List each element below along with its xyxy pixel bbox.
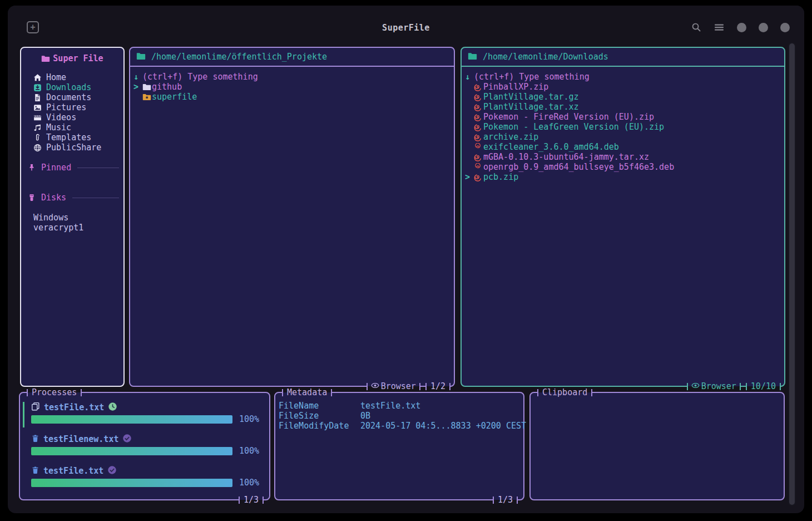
file-name: github — [152, 82, 182, 92]
check-status-icon — [107, 465, 117, 477]
archive-icon — [474, 103, 483, 111]
panel-mode: Browser — [701, 381, 736, 391]
divider — [72, 198, 119, 198]
sidebar-section-pinned: Pinned — [28, 163, 123, 173]
progress-bar — [31, 415, 232, 424]
search-placeholder: (ctrl+f) Type something — [474, 72, 590, 82]
path-bar: /home/lemonlime/Downloads — [462, 48, 784, 67]
home-icon — [33, 73, 43, 82]
file-name: pcb.zip — [483, 172, 518, 182]
superfile-folder-icon — [142, 92, 152, 101]
window-button-close[interactable] — [780, 23, 790, 32]
cursor-icon: > — [465, 172, 474, 182]
file-name: archive.zip — [483, 132, 538, 142]
globe-icon — [33, 144, 43, 152]
deb-icon — [474, 163, 483, 171]
file-row[interactable]: PinballXP.zip — [465, 82, 781, 92]
processes-panel: Processes testFile.txt 100% testFilenew.… — [19, 392, 270, 500]
window-button-maximize[interactable] — [759, 23, 768, 32]
eye-icon — [691, 381, 700, 392]
sidebar-item-publicshare[interactable]: PublicShare — [33, 142, 123, 153]
file-row[interactable]: > pcb.zip — [465, 172, 781, 182]
search-row[interactable]: ↓ (ctrl+f) Type something — [133, 72, 450, 82]
pin-icon — [28, 164, 37, 171]
window-button-minimize[interactable] — [737, 23, 746, 32]
progress-percent: 100% — [239, 414, 263, 424]
search-arrow-icon: ↓ — [465, 72, 474, 82]
sidebar-panel: Super File Home Downloads Documents Pict… — [20, 47, 125, 387]
superfile-window: + SuperFile Super File Home — [8, 6, 804, 513]
file-row[interactable]: archive.zip — [465, 132, 781, 142]
cursor-icon: > — [133, 82, 142, 92]
file-row[interactable]: mGBA-0.10.3-ubuntu64-jammy.tar.xz — [465, 152, 781, 162]
archive-icon — [474, 113, 483, 121]
sidebar-item-templates[interactable]: Templates — [33, 132, 123, 142]
file-row[interactable]: superfile — [133, 92, 450, 102]
archive-icon — [474, 83, 483, 91]
process-item[interactable]: testFile.txt 100% — [31, 402, 263, 424]
path-text: /home/lemonlime/öffentlich_Projekte — [151, 52, 327, 62]
file-row[interactable]: Pokemon - LeafGreen Version (EU).zip — [465, 122, 781, 132]
file-row[interactable]: PlantVillage.tar.xz — [465, 102, 781, 112]
file-name: Pokemon - LeafGreen Version (EU).zip — [483, 122, 664, 132]
file-row[interactable]: Pokemon - FireRed Version (EU).zip — [465, 112, 781, 122]
sidebar-item-documents[interactable]: Documents — [33, 92, 123, 102]
metadata-value: 2024-05-17 04:5...8833 +0200 CEST — [360, 421, 526, 431]
file-name: superfile — [152, 92, 197, 102]
menu-icon[interactable] — [714, 23, 725, 32]
paperclip-icon — [33, 134, 43, 142]
scrollbar-thumb[interactable] — [789, 43, 795, 505]
sidebar-item-home[interactable]: Home — [33, 72, 123, 82]
file-name: PlantVillage.tar.xz — [483, 102, 579, 112]
trash-icon — [31, 466, 39, 476]
file-row[interactable]: > github — [133, 82, 450, 92]
document-icon — [33, 94, 43, 102]
file-panel-projects: /home/lemonlime/öffentlich_Projekte ↓ (c… — [129, 47, 455, 387]
process-item[interactable]: testFilenew.txt 100% — [31, 434, 263, 456]
clock-status-icon — [108, 402, 117, 414]
clipboard-panel: Clipboard — [529, 392, 785, 500]
progress-percent: 100% — [239, 446, 263, 456]
music-icon — [33, 124, 43, 132]
archive-icon — [474, 173, 483, 181]
metadata-value: 0B — [360, 411, 370, 421]
panel-title: Metadata — [282, 387, 332, 398]
file-row[interactable]: PlantVillage.tar.gz — [465, 92, 781, 102]
search-row[interactable]: ↓ (ctrl+f) Type something — [465, 72, 781, 82]
metadata-key: FileModifyDate — [279, 421, 360, 431]
process-name: testFile.txt — [44, 402, 104, 412]
panel-title: Processes — [27, 387, 82, 398]
titlebar: + SuperFile — [8, 6, 804, 41]
archive-icon — [474, 153, 483, 161]
window-scrollbar[interactable] — [788, 42, 796, 506]
archive-icon — [474, 123, 483, 131]
file-row[interactable]: exifcleaner_3.6.0_amd64.deb — [465, 142, 781, 152]
usb-disk-icon — [28, 194, 37, 201]
sidebar-item-downloads[interactable]: Downloads — [33, 82, 123, 92]
check-status-icon — [122, 434, 132, 445]
panel-count: 10/10 — [747, 381, 780, 392]
search-icon[interactable] — [691, 22, 701, 32]
progress-percent: 100% — [239, 478, 263, 488]
path-bar: /home/lemonlime/öffentlich_Projekte — [130, 48, 454, 67]
sidebar-item-pictures[interactable]: Pictures — [33, 102, 123, 112]
disk-item-veracrypt1[interactable]: veracrypt1 — [21, 223, 123, 233]
file-row[interactable]: openrgb_0.9_amd64_bullseye_b5f46e3.deb — [465, 162, 781, 172]
folder-icon — [41, 54, 51, 63]
process-item[interactable]: testFile.txt 100% — [31, 465, 263, 488]
archive-icon — [474, 93, 483, 101]
panel-footer: Browser 10/10 — [687, 381, 781, 392]
download-icon — [33, 83, 43, 92]
sidebar-item-videos[interactable]: Videos — [33, 112, 123, 122]
metadata-key: FileSize — [279, 411, 360, 421]
search-arrow-icon: ↓ — [133, 72, 142, 82]
copy-icon — [31, 402, 40, 413]
progress-bar — [31, 479, 232, 487]
process-cursor — [23, 402, 24, 427]
file-name: PlantVillage.tar.gz — [483, 92, 579, 102]
deb-icon — [474, 143, 483, 151]
image-icon — [33, 104, 43, 112]
sidebar-item-music[interactable]: Music — [33, 122, 123, 132]
metadata-key: FileName — [279, 401, 360, 411]
disk-item-windows[interactable]: Windows — [21, 213, 123, 223]
